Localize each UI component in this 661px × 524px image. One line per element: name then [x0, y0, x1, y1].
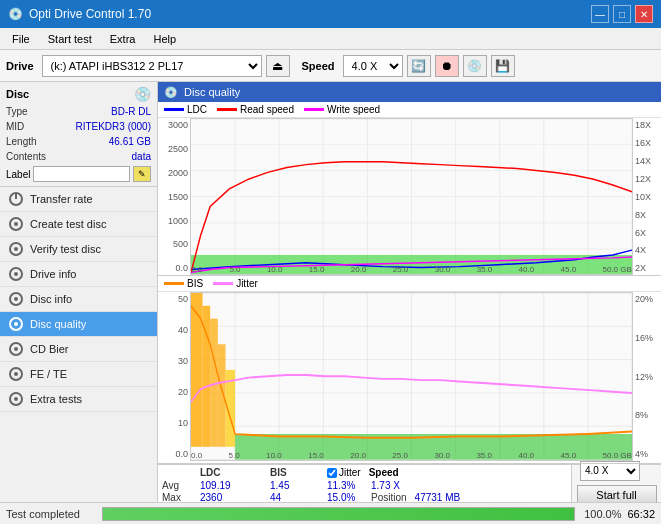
menu-extra[interactable]: Extra [102, 31, 144, 47]
nav-drive-info-label: Drive info [30, 268, 76, 280]
speed-select[interactable]: 4.0 X [343, 55, 403, 77]
svg-point-11 [14, 322, 18, 326]
disc-section-icon[interactable]: 💿 [134, 86, 151, 102]
titlebar: 💿 Opti Drive Control 1.70 — □ ✕ [0, 0, 661, 28]
status-text: Test completed [6, 508, 96, 520]
fe-te-icon [8, 366, 24, 382]
legend-write-speed-label: Write speed [327, 104, 380, 115]
y-right-6x: 6X [635, 228, 661, 238]
contents-value: data [132, 149, 151, 164]
svg-point-15 [14, 372, 18, 376]
x-bot-45: 45.0 [561, 451, 577, 460]
y-right-bot-16: 16% [635, 333, 661, 343]
type-label: Type [6, 104, 28, 119]
legend-bis: BIS [164, 278, 203, 289]
x-bot-20: 20.0 [350, 451, 366, 460]
y-top-1500: 1500 [158, 192, 188, 202]
nav-verify-test-disc-label: Verify test disc [30, 243, 101, 255]
bottom-chart-section: BIS Jitter 50 40 30 20 10 0.0 [158, 276, 661, 464]
drive-select[interactable]: (k:) ATAPI iHBS312 2 PL17 [42, 55, 262, 77]
y-right-8x: 8X [635, 210, 661, 220]
top-chart-label: Disc quality [184, 86, 240, 98]
nav-item-fe-te[interactable]: FE / TE [0, 362, 157, 387]
y-top-3000: 3000 [158, 120, 188, 130]
nav-extra-tests-label: Extra tests [30, 393, 82, 405]
y-right-12x: 12X [635, 174, 661, 184]
refresh-button[interactable]: 🔄 [407, 55, 431, 77]
disc-button[interactable]: 💿 [463, 55, 487, 77]
titlebar-controls[interactable]: — □ ✕ [591, 5, 653, 23]
nav-items: Transfer rate Create test disc Verify te… [0, 187, 157, 412]
avg-jitter: 11.3% [327, 480, 363, 491]
x-top-0: 0.0 [191, 265, 203, 274]
legend-ldc-color [164, 108, 184, 111]
x-bot-5: 5.0 [229, 451, 240, 460]
menu-help[interactable]: Help [145, 31, 184, 47]
x-bot-15: 15.0 [308, 451, 324, 460]
jitter-label: Jitter [339, 467, 361, 478]
label-input[interactable] [33, 166, 130, 182]
y-right-bot-8: 8% [635, 410, 661, 420]
avg-ldc: 109.19 [200, 480, 268, 491]
x-top-50: 50.0 GB [603, 265, 632, 274]
save-button[interactable]: 💾 [491, 55, 515, 77]
legend-read-speed-label: Read speed [240, 104, 294, 115]
length-row: Length 46.61 GB [6, 134, 151, 149]
right-panel: 💿 Disc quality LDC Read speed Write spee… [158, 82, 661, 524]
y-right-bot-20: 20% [635, 294, 661, 304]
y-bot-0: 0.0 [158, 449, 188, 459]
elapsed-time: 66:32 [627, 508, 655, 520]
legend-write-speed: Write speed [304, 104, 380, 115]
eject-button[interactable]: ⏏ [266, 55, 290, 77]
nav-item-cd-bier[interactable]: CD Bier [0, 337, 157, 362]
menu-start-test[interactable]: Start test [40, 31, 100, 47]
length-value: 46.61 GB [109, 134, 151, 149]
drive-info-icon [8, 266, 24, 282]
x-bot-40: 40.0 [518, 451, 534, 460]
progress-bar [103, 508, 574, 520]
speed-label: Speed [302, 60, 335, 72]
bottom-chart-legend: BIS Jitter [158, 276, 661, 292]
nav-item-extra-tests[interactable]: Extra tests [0, 387, 157, 412]
left-panel: Disc 💿 Type BD-R DL MID RITEKDR3 (000) L… [0, 82, 158, 524]
y-top-2500: 2500 [158, 144, 188, 154]
y-bot-30: 30 [158, 356, 188, 366]
type-row: Type BD-R DL [6, 104, 151, 119]
jitter-checkbox[interactable] [327, 468, 337, 478]
nav-item-verify-test-disc[interactable]: Verify test disc [0, 237, 157, 262]
legend-ldc-label: LDC [187, 104, 207, 115]
nav-item-disc-quality[interactable]: Disc quality [0, 312, 157, 337]
x-top-20: 20.0 [351, 265, 367, 274]
disc-quality-icon [8, 316, 24, 332]
jitter-checkbox-label: Jitter [327, 467, 361, 478]
menubar: File Start test Extra Help [0, 28, 661, 50]
cd-bier-icon [8, 341, 24, 357]
nav-item-create-test-disc[interactable]: Create test disc [0, 212, 157, 237]
statusbar: Test completed 100.0% 66:32 [0, 502, 661, 524]
nav-item-transfer-rate[interactable]: Transfer rate [0, 187, 157, 212]
record-button[interactable]: ⏺ [435, 55, 459, 77]
maximize-button[interactable]: □ [613, 5, 631, 23]
nav-item-drive-info[interactable]: Drive info [0, 262, 157, 287]
svg-point-13 [14, 347, 18, 351]
mid-label: MID [6, 119, 24, 134]
top-chart-section: 💿 Disc quality LDC Read speed Write spee… [158, 82, 661, 276]
x-top-30: 30.0 [435, 265, 451, 274]
close-button[interactable]: ✕ [635, 5, 653, 23]
label-edit-button[interactable]: ✎ [133, 166, 151, 182]
y-bot-50: 50 [158, 294, 188, 304]
y-top-0: 0.0 [158, 263, 188, 273]
x-top-15: 15.0 [309, 265, 325, 274]
menu-file[interactable]: File [4, 31, 38, 47]
y-right-bot-12: 12% [635, 372, 661, 382]
nav-disc-info-label: Disc info [30, 293, 72, 305]
minimize-button[interactable]: — [591, 5, 609, 23]
app-title: Opti Drive Control 1.70 [29, 7, 151, 21]
x-bot-25: 25.0 [392, 451, 408, 460]
nav-fe-te-label: FE / TE [30, 368, 67, 380]
svg-point-17 [14, 397, 18, 401]
top-chart-title: 💿 Disc quality [158, 82, 661, 102]
nav-item-disc-info[interactable]: Disc info [0, 287, 157, 312]
top-chart-icon: 💿 [164, 86, 178, 99]
contents-row: Contents data [6, 149, 151, 164]
